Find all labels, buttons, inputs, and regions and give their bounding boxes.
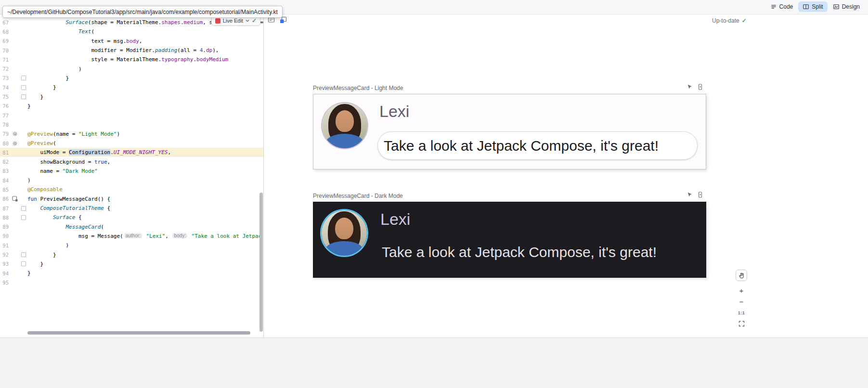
code-text: fun PreviewMessageCard() { bbox=[27, 196, 263, 202]
code-line[interactable]: 76} bbox=[0, 102, 263, 111]
line-number: 86 bbox=[0, 196, 9, 202]
editor-vertical-scrollbar[interactable] bbox=[259, 193, 263, 332]
line-number: 83 bbox=[0, 168, 9, 174]
run-preview-gutter-icon[interactable] bbox=[9, 196, 21, 202]
fold-marker[interactable] bbox=[21, 261, 27, 266]
avatar-torso bbox=[326, 134, 364, 148]
line-number: 72 bbox=[0, 66, 9, 72]
fold-marker[interactable] bbox=[21, 215, 27, 220]
code-line[interactable]: 86fun PreviewMessageCard() { bbox=[0, 194, 263, 204]
fold-marker[interactable] bbox=[21, 206, 27, 211]
code-line[interactable]: 84) bbox=[0, 176, 263, 185]
code-text: @Composable bbox=[27, 186, 263, 193]
code-editor-pane[interactable]: 67 Surface(shape = MaterialTheme.shapes.… bbox=[0, 14, 263, 337]
code-line[interactable]: 81 uiMode = Configuration.UI_MODE_NIGHT_… bbox=[0, 148, 263, 157]
code-line[interactable]: 82 showBackground = true, bbox=[0, 157, 263, 166]
interactive-mode-icon[interactable] bbox=[687, 192, 693, 198]
code-line[interactable]: 88 Surface { bbox=[0, 213, 263, 222]
line-number: 73 bbox=[0, 75, 9, 81]
fold-marker[interactable] bbox=[21, 76, 27, 80]
code-text: ComposeTutorialTheme { bbox=[27, 205, 263, 211]
file-path-text: ~/Development/GitHub/ComposeTutorial3/ap… bbox=[7, 9, 278, 15]
preview-title-actions bbox=[687, 84, 703, 90]
code-line[interactable]: 83 name = "Dark Mode" bbox=[0, 167, 263, 176]
zoom-out-button[interactable]: − bbox=[736, 296, 747, 307]
code-line[interactable]: 69 text = msg.body, bbox=[0, 37, 263, 46]
code-text: } bbox=[27, 75, 263, 81]
fold-marker[interactable] bbox=[21, 94, 27, 99]
code-line[interactable]: 93 } bbox=[0, 259, 263, 269]
preview-title-dark: PreviewMessageCard - Dark Mode bbox=[313, 193, 403, 199]
code-line[interactable]: 77 bbox=[0, 111, 263, 120]
fold-marker[interactable] bbox=[21, 85, 27, 90]
avatar bbox=[322, 210, 367, 256]
pan-button[interactable] bbox=[736, 270, 747, 281]
code-line[interactable]: 79@Preview(name = "Light Mode") bbox=[0, 129, 263, 139]
avatar-torso bbox=[325, 241, 363, 256]
view-mode-split[interactable]: Split bbox=[798, 1, 827, 12]
code-text: style = MaterialTheme.typography.bodyMed… bbox=[27, 56, 263, 63]
author-name: Lexi bbox=[380, 209, 410, 229]
code-line[interactable]: 91 ) bbox=[0, 241, 263, 250]
code-line[interactable]: 71 style = MaterialTheme.typography.body… bbox=[0, 55, 263, 64]
code-text: ) bbox=[27, 242, 263, 248]
message-text: Take a look at Jetpack Compose, it's gre… bbox=[384, 132, 659, 159]
run-preview-icon[interactable] bbox=[697, 84, 703, 90]
zoom-actual-button[interactable]: 1:1 bbox=[736, 307, 747, 318]
code-line[interactable]: 70 modifier = Modifier.padding(all = 4.d… bbox=[0, 46, 263, 55]
code-text: } bbox=[27, 84, 263, 91]
message-text: Take a look at Jetpack Compose, it's gre… bbox=[382, 244, 657, 260]
code-line[interactable]: 90 msg = Message(author: "Lexi", body: "… bbox=[0, 232, 263, 241]
preview-title-actions bbox=[687, 192, 703, 198]
code-line[interactable]: 78 bbox=[0, 120, 263, 129]
line-number: 75 bbox=[0, 94, 9, 100]
live-edit-label: Live Edit bbox=[223, 18, 243, 24]
view-mode-label: Split bbox=[812, 3, 823, 10]
line-number: 67 bbox=[0, 20, 9, 26]
code-line[interactable]: 87 ComposeTutorialTheme { bbox=[0, 204, 263, 213]
check-icon: ✓ bbox=[742, 17, 747, 24]
preview-sync-status[interactable]: Up-to-date ✓ bbox=[712, 17, 747, 24]
code-text: } bbox=[27, 261, 263, 267]
code-text: msg = Message(author: "Lexi", body: "Tak… bbox=[27, 233, 263, 239]
zoom-fit-button[interactable] bbox=[736, 318, 747, 329]
fold-marker[interactable] bbox=[21, 252, 27, 257]
run-preview-icon[interactable] bbox=[697, 192, 703, 198]
avatar bbox=[322, 103, 367, 148]
code-text: } bbox=[27, 94, 263, 100]
line-number: 85 bbox=[0, 187, 9, 193]
interactive-mode-icon[interactable] bbox=[687, 84, 693, 90]
code-text: ) bbox=[27, 177, 263, 183]
editor-horizontal-scrollbar[interactable] bbox=[27, 331, 250, 335]
code-line[interactable]: 73 } bbox=[0, 74, 263, 83]
code-line[interactable]: 92 } bbox=[0, 250, 263, 259]
preview-card-dark[interactable]: Lexi Take a look at Jetpack Compose, it'… bbox=[313, 202, 706, 278]
code-line[interactable]: 94} bbox=[0, 269, 263, 278]
code-line[interactable]: 95 bbox=[0, 278, 263, 287]
code-line[interactable]: 89 MessageCard( bbox=[0, 222, 263, 232]
code-line[interactable]: 80@Preview( bbox=[0, 139, 263, 148]
view-mode-code[interactable]: Code bbox=[766, 1, 798, 12]
avatar-face bbox=[335, 218, 353, 239]
line-number: 89 bbox=[0, 224, 9, 230]
preview-pane: Up-to-date ✓ PreviewMessageCard - Light … bbox=[264, 14, 868, 337]
code-text: } bbox=[27, 103, 263, 109]
line-number: 80 bbox=[0, 141, 9, 146]
preview-settings-gear-icon[interactable] bbox=[9, 141, 21, 146]
code-line[interactable]: 72 ) bbox=[0, 64, 263, 73]
zoom-in-button[interactable]: + bbox=[736, 285, 747, 296]
line-number: 79 bbox=[0, 131, 9, 137]
code-line[interactable]: 85@Composable bbox=[0, 185, 263, 194]
line-number: 76 bbox=[0, 103, 9, 109]
line-number: 69 bbox=[0, 38, 9, 44]
preview-zoom-controls: + − 1:1 bbox=[736, 270, 747, 329]
code-text: uiMode = Configuration.UI_MODE_NIGHT_YES… bbox=[27, 149, 263, 155]
file-path-breadcrumb[interactable]: ~/Development/GitHub/ComposeTutorial3/ap… bbox=[2, 6, 283, 18]
line-number: 71 bbox=[0, 57, 9, 63]
code-line[interactable]: 68 Text( bbox=[0, 27, 263, 36]
code-line[interactable]: 75 } bbox=[0, 92, 263, 101]
code-line[interactable]: 74 } bbox=[0, 83, 263, 92]
preview-settings-gear-icon[interactable] bbox=[9, 131, 21, 137]
preview-card-light[interactable]: Lexi Take a look at Jetpack Compose, it'… bbox=[313, 94, 706, 169]
view-mode-design[interactable]: Design bbox=[829, 1, 864, 12]
